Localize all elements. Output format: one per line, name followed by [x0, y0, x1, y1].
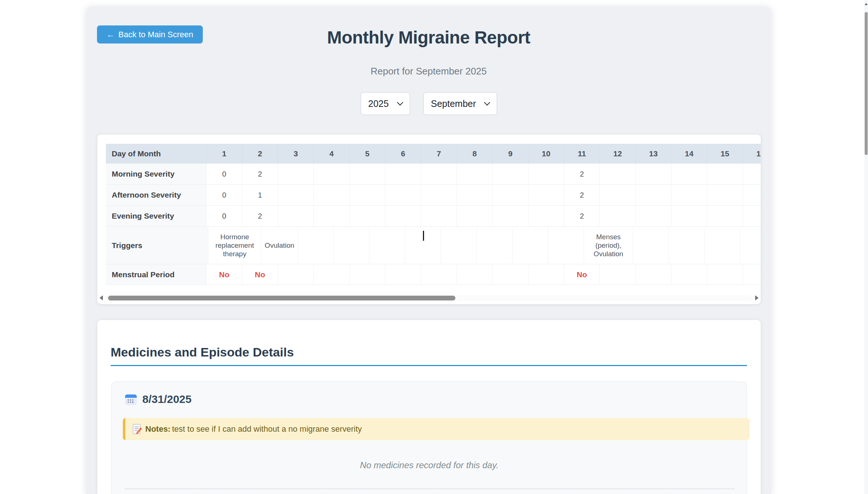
medicines-card: Medicines and Episode Details 8/31/2025 — [97, 320, 761, 494]
severity-cell — [313, 206, 349, 226]
trigger-cell — [633, 227, 669, 264]
chevron-down-icon — [397, 99, 403, 105]
year-select-value: 2025 — [368, 98, 389, 109]
severity-cell — [671, 185, 707, 205]
severity-cell — [278, 164, 313, 184]
row-label: Evening Severity — [106, 206, 206, 226]
severity-cell — [313, 185, 349, 205]
severity-cell — [492, 206, 528, 226]
severity-cell: 0 — [206, 185, 242, 205]
day-header: 2 — [242, 144, 278, 163]
year-select[interactable]: 2025 — [361, 92, 410, 115]
notes-bar: Notes:test to see if I can add without a… — [123, 418, 750, 440]
morning-severity-row: Morning Severity 0 2 2 — [106, 163, 761, 184]
section-divider — [111, 365, 747, 366]
trigger-cell — [298, 227, 333, 264]
severity-cell — [385, 206, 421, 226]
menstrual-cell — [743, 264, 761, 285]
menstrual-cell: No — [564, 264, 600, 285]
severity-cell — [743, 185, 761, 205]
trigger-cell — [669, 227, 704, 264]
horizontal-scrollbar[interactable] — [100, 295, 758, 301]
severity-cell — [278, 185, 313, 205]
day-header: 12 — [600, 144, 635, 163]
severity-cell — [635, 164, 671, 184]
day-entry-date: 8/31/2025 — [142, 393, 191, 406]
trigger-cell — [512, 227, 548, 264]
row-label: Morning Severity — [106, 164, 206, 184]
scroll-left-arrow-icon[interactable] — [100, 295, 103, 300]
page-title: Monthly Migraine Report — [86, 27, 771, 48]
menstrual-cell — [385, 264, 421, 285]
trigger-cell — [369, 227, 405, 264]
row-label: Afternoon Severity — [106, 185, 206, 205]
severity-cell — [707, 164, 743, 184]
severity-cell: 2 — [564, 164, 600, 184]
evening-severity-row: Evening Severity 0 2 2 — [106, 205, 761, 226]
day-header: 16 — [743, 144, 761, 163]
severity-cell — [421, 206, 456, 226]
severity-cell — [528, 164, 564, 184]
trigger-cell — [476, 227, 512, 264]
severity-cell — [385, 164, 421, 184]
day-header: 4 — [313, 144, 349, 163]
severity-cell — [671, 164, 707, 184]
severity-cell — [743, 206, 761, 226]
day-header: 3 — [278, 144, 313, 163]
horizontal-scrollbar-thumb[interactable] — [108, 296, 455, 300]
horizontal-scrollbar-track[interactable] — [105, 295, 753, 301]
severity-cell — [528, 185, 564, 205]
day-header: 5 — [349, 144, 385, 163]
severity-cell — [313, 164, 349, 184]
severity-table-viewport: Day of Month 1 2 3 4 5 6 7 8 9 10 11 12 … — [106, 144, 761, 285]
vertical-scrollbar-thumb[interactable] — [865, 12, 868, 155]
severity-cell — [278, 206, 313, 226]
menstrual-cell — [635, 264, 671, 285]
memo-icon — [132, 424, 142, 435]
section-heading: Medicines and Episode Details — [111, 345, 294, 359]
row-label: Menstrual Period — [106, 264, 206, 285]
page-subtitle: Report for September 2025 — [86, 66, 771, 77]
afternoon-severity-row: Afternoon Severity 0 1 2 — [106, 184, 761, 205]
menstrual-cell — [313, 264, 349, 285]
day-header: 15 — [707, 144, 743, 163]
calendar-icon — [125, 393, 137, 406]
trigger-cell — [333, 227, 369, 264]
notes-content: Notes:test to see if I can add without a… — [145, 424, 362, 434]
scroll-right-arrow-icon[interactable] — [755, 295, 758, 300]
severity-cell — [528, 206, 564, 226]
severity-cell — [743, 164, 761, 184]
severity-cell — [707, 185, 743, 205]
menstrual-cell — [492, 264, 528, 285]
dotted-separator — [125, 488, 734, 489]
trigger-cell — [441, 227, 476, 264]
no-medicines-message: No medicines recorded for this day. — [112, 460, 747, 470]
day-header: 10 — [528, 144, 564, 163]
menstrual-cell — [349, 264, 385, 285]
scroll-up-arrow-icon[interactable] — [865, 3, 868, 5]
triggers-row: Triggers Hormone replacement therapy Ovu… — [106, 226, 761, 264]
severity-cell — [635, 185, 671, 205]
severity-cell: 2 — [242, 206, 278, 226]
severity-cell — [492, 185, 528, 205]
severity-cell — [492, 164, 528, 184]
severity-cell — [600, 206, 635, 226]
severity-cell: 2 — [564, 185, 600, 205]
severity-cell: 2 — [242, 164, 278, 184]
report-filters: 2025 September — [86, 92, 771, 115]
severity-cell — [707, 206, 743, 226]
trigger-cell — [548, 227, 584, 264]
menstrual-period-row: Menstrual Period No No No — [106, 264, 761, 285]
vertical-scrollbar[interactable] — [864, 0, 868, 494]
day-entry-date-row: 8/31/2025 — [125, 393, 191, 406]
menstrual-cell — [707, 264, 743, 285]
notes-label: Notes: — [145, 424, 170, 434]
month-select[interactable]: September — [423, 92, 497, 115]
month-select-value: September — [431, 98, 476, 109]
trigger-cell — [704, 227, 740, 264]
trigger-cell — [740, 227, 761, 264]
table-corner-label: Day of Month — [106, 144, 206, 163]
day-header: 7 — [421, 144, 456, 163]
day-header: 14 — [671, 144, 707, 163]
day-entry-card: 8/31/2025 Notes:test to see if I can add… — [111, 382, 747, 494]
